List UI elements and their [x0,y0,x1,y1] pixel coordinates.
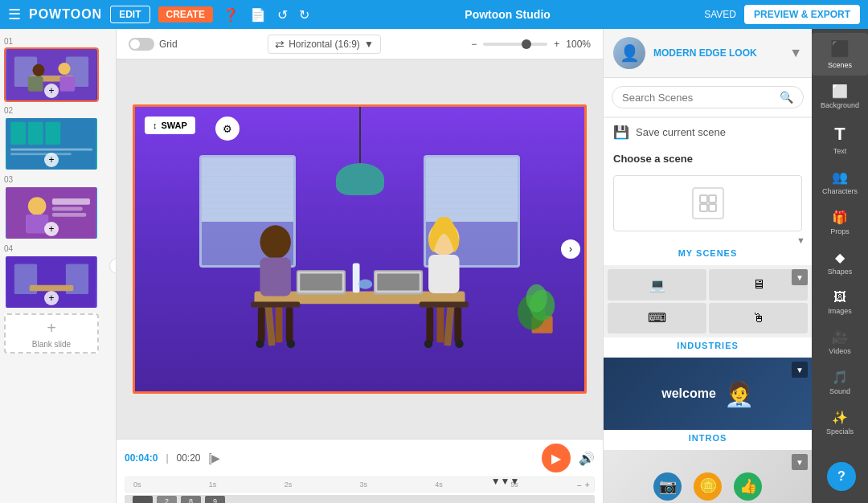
slide-number-1: 01 [4,37,112,46]
logo: POWTOON [29,7,102,22]
help-button[interactable]: ? [827,462,856,491]
slide-thumb-1[interactable]: + [4,47,99,102]
specifics-icon-coin: 🪙 [694,472,722,501]
my-scenes-placeholder [613,175,802,231]
specifics-dropdown[interactable]: ▼ [792,454,808,470]
help-circle-icon[interactable]: ❓ [223,7,239,22]
svg-point-50 [455,340,463,348]
slide-4-add-button[interactable]: + [44,291,59,305]
specifics-bg: 📷 🪙 👍 [604,450,812,503]
track-thumb-9[interactable]: 9 [205,496,225,503]
industries-image[interactable]: 💻 🖥 ⌨ 🖱 ▼ [604,265,812,337]
collapse-panel-button[interactable]: ‹ [109,258,117,274]
intros-dropdown[interactable]: ▼ [792,362,808,378]
sidebar-item-images[interactable]: 🖼 Images [812,284,868,321]
sidebar-item-text[interactable]: T Text [812,117,868,162]
intros-label: INTROS [604,430,812,446]
svg-rect-9 [10,122,26,145]
sidebar-item-specials[interactable]: ✨ Specials [812,403,868,442]
document-icon[interactable]: 📄 [250,7,266,22]
svg-rect-55 [700,195,707,202]
theme-dropdown-icon[interactable]: ▼ [789,46,802,60]
specifics-image[interactable]: 📷 🪙 👍 ▼ [604,450,812,503]
slide-thumb-2[interactable]: + [4,117,99,171]
svg-rect-56 [709,195,716,202]
svg-point-37 [260,225,290,259]
swap-button[interactable]: ↕ SWAP [145,117,195,134]
slide-2-add-button[interactable]: + [44,153,59,167]
svg-point-36 [358,280,372,289]
timeline-playhead[interactable]: ▼▼▼ [491,476,520,487]
svg-point-49 [424,340,432,348]
images-icon: 🖼 [833,290,846,305]
canvas-wrapper: ↕ SWAP ⚙ [117,59,603,439]
sidebar-item-background[interactable]: ⬜ Background [812,77,868,116]
svg-rect-27 [276,304,283,342]
sidebar-item-characters[interactable]: 👥 Characters [812,163,868,202]
play-button[interactable]: ▶ [542,444,571,472]
orientation-select[interactable]: ⇄ Horizontal (16:9) ▼ [268,35,381,54]
slide-thumb-3[interactable]: + [4,186,99,240]
zoom-slider[interactable] [483,43,547,46]
canvas-next-button[interactable]: › [561,239,580,259]
industries-dropdown[interactable]: ▼ [792,269,808,285]
timeline-minus-button[interactable]: − [577,481,582,490]
characters-icon: 👥 [832,170,848,185]
search-input[interactable] [622,92,773,104]
settings-button[interactable]: ⚙ [215,117,240,141]
sidebar-item-shapes[interactable]: ◆ Shapes [812,243,868,282]
search-box[interactable]: 🔍 [612,86,804,108]
save-scene-button[interactable]: 💾 Save current scene [604,117,812,146]
grid-toggle[interactable]: Grid [129,38,178,51]
menu-icon[interactable]: ☰ [8,6,21,23]
track-thumb-2[interactable]: 2 [157,496,177,503]
svg-rect-39 [251,302,300,308]
current-time: 00:04:0 [125,452,158,464]
add-blank-slide-button[interactable]: + Blank slide [4,313,99,354]
zoom-plus-button[interactable]: + [554,39,559,50]
slide-thumb-4[interactable]: + [4,255,99,309]
undo-icon[interactable]: ↺ [277,7,288,22]
ruler-3s: 3s [359,481,435,489]
timeline-track-thumbs: 🗂 2 8 9 [125,496,225,503]
track-thumb-8[interactable]: 8 [181,496,201,503]
welcome-text: welcome [661,386,716,401]
sidebar-item-props[interactable]: 🎁 Props [812,203,868,242]
zoom-minus-button[interactable]: − [471,39,477,50]
svg-rect-46 [420,302,469,308]
characters-label: Characters [822,187,858,195]
swap-icon: ↕ [153,121,158,130]
canvas-area: Grid ⇄ Horizontal (16:9) ▼ − + 100% [117,29,603,503]
svg-rect-34 [377,274,419,291]
track-thumb-folder[interactable]: 🗂 [133,496,153,503]
orientation-swap-icon: ⇄ [275,38,285,51]
timeline-add-button[interactable]: + [585,480,590,489]
grid-toggle-switch[interactable] [129,38,154,51]
zoom-thumb[interactable] [522,39,531,49]
preview-export-button[interactable]: PREVIEW & EXPORT [744,5,860,24]
slide-2-overlay: + [6,150,97,170]
section-industries: 💻 🖥 ⌨ 🖱 ▼ INDUSTRIES [604,265,812,354]
shapes-label: Shapes [828,268,853,276]
sidebar-item-videos[interactable]: 🎥 Videos [812,323,868,362]
create-button[interactable]: CREATE [158,6,213,22]
theme-name: MODERN EDGE LOOK [653,47,781,59]
timeline: 00:04:0 | 00:20 [▶ ▶ 🔊 0s 1s 2s 3s 4s 5s [117,439,603,503]
edit-button[interactable]: EDIT [110,6,149,23]
svg-rect-25 [264,304,275,346]
search-icon[interactable]: 🔍 [780,91,793,104]
svg-point-15 [28,197,47,215]
svg-point-4 [32,64,44,76]
slide-4-overlay: + [6,288,97,308]
sidebar-item-sound[interactable]: 🎵 Sound [812,363,868,402]
redo-icon[interactable]: ↻ [299,7,309,22]
industries-item-4: 🖱 [709,303,808,334]
slide-canvas[interactable]: ↕ SWAP ⚙ [133,104,587,394]
slide-1-add-button[interactable]: + [44,84,59,98]
sidebar-item-scenes[interactable]: ⬛ Scenes [812,33,868,76]
my-scenes-dropdown[interactable]: ▼ [796,235,805,245]
my-scenes-controls: ▼ [604,235,812,245]
volume-icon[interactable]: 🔊 [579,451,595,466]
intros-image[interactable]: welcome 🧑‍💼 ▼ [604,358,812,430]
slide-3-add-button[interactable]: + [44,222,59,236]
